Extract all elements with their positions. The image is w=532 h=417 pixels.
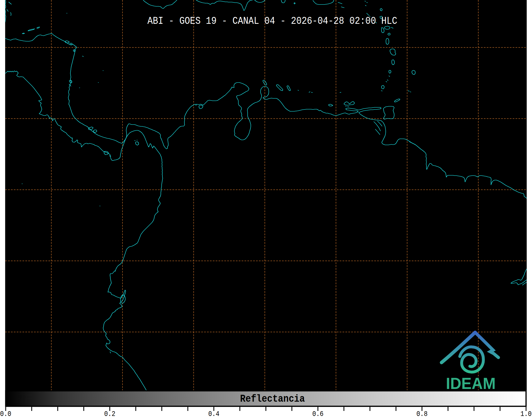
svg-text:1.0: 1.0 (520, 410, 531, 417)
svg-text:0.2: 0.2 (104, 410, 115, 417)
svg-text:0.0: 0.0 (0, 410, 11, 417)
svg-text:0.8: 0.8 (416, 410, 428, 417)
svg-text:ABI - GOES 19 - CANAL 04 - 202: ABI - GOES 19 - CANAL 04 - 2026-04-28 02… (147, 15, 397, 27)
svg-text:0.6: 0.6 (312, 410, 324, 417)
svg-text:Reflectancia: Reflectancia (240, 393, 305, 405)
svg-text:0.4: 0.4 (208, 410, 219, 417)
svg-text:IDEAM: IDEAM (446, 374, 496, 392)
